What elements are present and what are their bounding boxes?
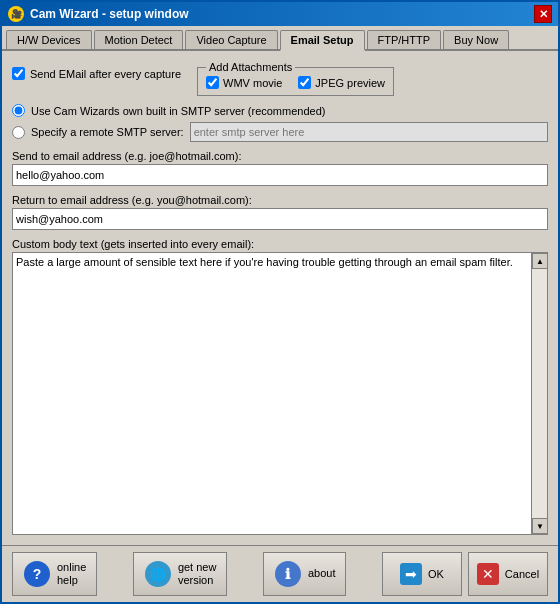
send-email-label: Send EMail after every capture — [30, 68, 181, 80]
body-group: Custom body text (gets inserted into eve… — [12, 238, 548, 535]
smtp-own-radio[interactable] — [12, 104, 25, 117]
ok-cancel-group: ➡ OK ✕ Cancel — [382, 552, 548, 596]
smtp-remote-radio[interactable] — [12, 126, 25, 139]
tab-hw-devices[interactable]: H/W Devices — [6, 30, 92, 49]
attachments-legend: Add Attachments — [206, 61, 295, 73]
top-row: Send EMail after every capture Add Attac… — [12, 61, 548, 96]
wmv-label: WMV movie — [223, 77, 282, 89]
return-to-label: Return to email address (e.g. you@hotmai… — [12, 194, 548, 206]
tab-motion-detect[interactable]: Motion Detect — [94, 30, 184, 49]
scrollbar: ▲ ▼ — [531, 253, 547, 534]
body-textarea-wrapper: Paste a large amount of sensible text he… — [12, 252, 548, 535]
button-bar: ? online help 🌐 get new version ℹ about — [2, 545, 558, 602]
send-to-group: Send to email address (e.g. joe@hotmail.… — [12, 150, 548, 186]
tab-email-setup[interactable]: Email Setup — [280, 30, 365, 51]
send-email-row: Send EMail after every capture — [12, 67, 181, 80]
send-to-label: Send to email address (e.g. joe@hotmail.… — [12, 150, 548, 162]
scroll-down-button[interactable]: ▼ — [532, 518, 548, 534]
help-icon: ? — [23, 560, 51, 588]
window-title: Cam Wizard - setup window — [30, 7, 189, 21]
titlebar: 🎥 Cam Wizard - setup window ✕ — [2, 2, 558, 26]
content-area: Send EMail after every capture Add Attac… — [2, 51, 558, 545]
body-textarea[interactable]: Paste a large amount of sensible text he… — [13, 253, 531, 534]
tab-ftp-http[interactable]: FTP/HTTP — [367, 30, 442, 49]
online-help-line2: help — [57, 574, 86, 587]
body-label: Custom body text (gets inserted into eve… — [12, 238, 548, 250]
send-to-input[interactable] — [12, 164, 548, 186]
about-button[interactable]: ℹ about — [263, 552, 347, 596]
titlebar-left: 🎥 Cam Wizard - setup window — [8, 6, 189, 22]
cancel-button[interactable]: ✕ Cancel — [468, 552, 548, 596]
smtp-radio-group: Use Cam Wizards own built in SMTP server… — [12, 104, 548, 142]
tab-video-capture[interactable]: Video Capture — [185, 30, 277, 49]
attachments-group: Add Attachments WMV movie JPEG preview — [197, 61, 394, 96]
return-to-group: Return to email address (e.g. you@hotmai… — [12, 194, 548, 230]
get-new-line1: get new — [178, 561, 217, 574]
get-new-line2: version — [178, 574, 217, 587]
scroll-track — [532, 269, 547, 518]
smtp-remote-label: Specify a remote SMTP server: — [31, 126, 184, 138]
tab-bar: H/W Devices Motion Detect Video Capture … — [2, 26, 558, 51]
attachments-inner: WMV movie JPEG preview — [206, 76, 385, 89]
radio-remote-row: Specify a remote SMTP server: — [12, 122, 548, 142]
close-button[interactable]: ✕ — [534, 5, 552, 23]
jpeg-row: JPEG preview — [298, 76, 385, 89]
online-help-button[interactable]: ? online help — [12, 552, 97, 596]
main-window: 🎥 Cam Wizard - setup window ✕ H/W Device… — [0, 0, 560, 604]
smtp-server-input[interactable] — [190, 122, 548, 142]
radio-own-row: Use Cam Wizards own built in SMTP server… — [12, 104, 548, 117]
about-label: about — [308, 567, 336, 580]
cancel-icon: ✕ — [477, 563, 499, 585]
jpeg-checkbox[interactable] — [298, 76, 311, 89]
tab-buy-now[interactable]: Buy Now — [443, 30, 509, 49]
smtp-own-label: Use Cam Wizards own built in SMTP server… — [31, 105, 325, 117]
new-version-icon: 🌐 — [144, 560, 172, 588]
wmv-checkbox[interactable] — [206, 76, 219, 89]
cancel-label: Cancel — [505, 568, 539, 580]
send-email-checkbox[interactable] — [12, 67, 25, 80]
app-icon: 🎥 — [8, 6, 24, 22]
ok-label: OK — [428, 568, 444, 580]
jpeg-label: JPEG preview — [315, 77, 385, 89]
return-to-input[interactable] — [12, 208, 548, 230]
ok-icon: ➡ — [400, 563, 422, 585]
get-new-version-button[interactable]: 🌐 get new version — [133, 552, 228, 596]
wmv-row: WMV movie — [206, 76, 282, 89]
online-help-line1: online — [57, 561, 86, 574]
ok-button[interactable]: ➡ OK — [382, 552, 462, 596]
about-icon: ℹ — [274, 560, 302, 588]
scroll-up-button[interactable]: ▲ — [532, 253, 548, 269]
